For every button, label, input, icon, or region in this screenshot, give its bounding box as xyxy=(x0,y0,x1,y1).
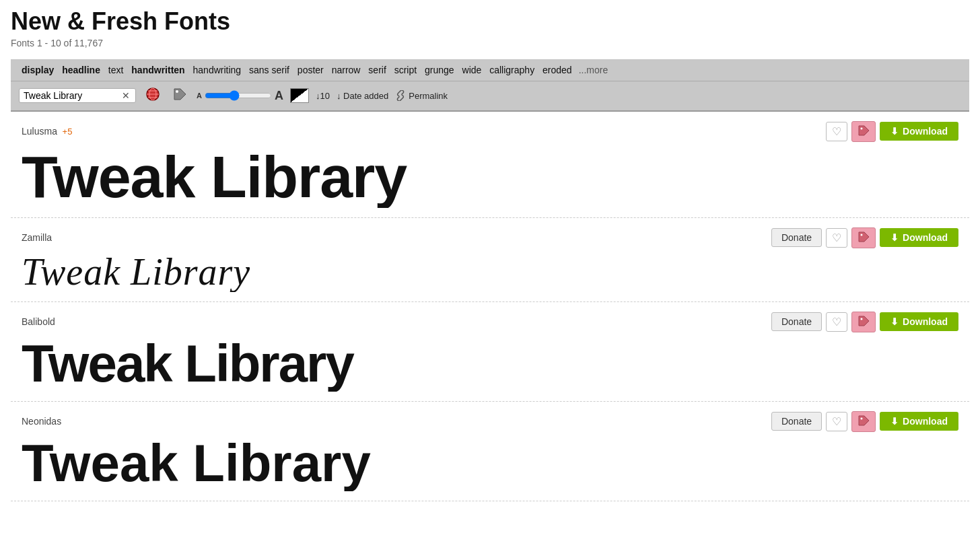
tag-item-poster[interactable]: poster xyxy=(295,63,326,77)
sort-button[interactable]: ↓ Date added xyxy=(337,91,388,101)
sort-label: ↓ Date added xyxy=(337,91,388,101)
svg-point-5 xyxy=(176,90,178,93)
svg-point-9 xyxy=(861,417,863,419)
tag-item-calligraphy[interactable]: calligraphy xyxy=(487,63,537,77)
heart-button-balibold[interactable]: ♡ xyxy=(826,312,847,332)
donate-button-balibold[interactable]: Donate xyxy=(771,312,822,331)
size-label-large: A xyxy=(275,89,283,103)
globe-icon xyxy=(145,87,160,102)
download-label: Download xyxy=(903,126,948,137)
tag-item-eroded[interactable]: eroded xyxy=(540,63,575,77)
page-wrapper: New & Fresh Fonts Fonts 1 - 10 of 11,767… xyxy=(0,0,980,509)
download-button-neonidas[interactable]: ⬇Download xyxy=(880,412,958,431)
page-subtitle: Fonts 1 - 10 of 11,767 xyxy=(11,38,969,48)
tag-item-serif[interactable]: serif xyxy=(365,63,388,77)
tag-button-neonidas[interactable] xyxy=(851,411,876,432)
filter-bar: ✕ A A ↓10 xyxy=(11,81,969,112)
font-name-zamilla[interactable]: Zamilla xyxy=(22,232,52,243)
heart-button-neonidas[interactable]: ♡ xyxy=(826,412,847,431)
tag-list: display headline text handwritten handwr… xyxy=(19,65,575,75)
font-actions-neonidas: Donate♡⬇Download xyxy=(771,411,958,432)
search-input[interactable] xyxy=(24,90,118,101)
font-entry-header-balibold: BaliboldDonate♡⬇Download xyxy=(22,312,958,332)
tag-item-display[interactable]: display xyxy=(19,63,57,77)
svg-point-7 xyxy=(861,234,863,236)
font-list: Lulusma +5♡⬇DownloadTweak LibraryZamilla… xyxy=(11,112,969,501)
font-name-lulusma[interactable]: Lulusma xyxy=(22,126,57,137)
font-preview-balibold: Tweak Library xyxy=(22,336,958,392)
font-preview-text-zamilla: Tweak Library xyxy=(22,252,958,292)
svg-point-6 xyxy=(861,127,863,129)
download-label: Download xyxy=(903,232,948,243)
download-button-lulusma[interactable]: ⬇Download xyxy=(880,122,958,141)
count-label: ↓10 xyxy=(316,91,330,101)
download-label: Download xyxy=(903,416,948,427)
size-slider-wrap: A A xyxy=(197,89,283,103)
tag-bar: display headline text handwritten handwr… xyxy=(11,59,969,81)
heart-button-zamilla[interactable]: ♡ xyxy=(826,228,847,248)
permalink-label: Permalink xyxy=(409,91,448,101)
download-arrow: ⬇ xyxy=(890,416,899,427)
font-name-neonidas[interactable]: Neonidas xyxy=(22,416,61,427)
download-button-balibold[interactable]: ⬇Download xyxy=(880,312,958,331)
font-actions-lulusma: ♡⬇Download xyxy=(826,121,958,142)
tag-filter-icon xyxy=(172,87,187,102)
tag-item-narrow[interactable]: narrow xyxy=(329,63,363,77)
tag-button-lulusma[interactable] xyxy=(851,121,876,142)
font-entry-header-zamilla: ZamillaDonate♡⬇Download xyxy=(22,227,958,248)
font-entry-neonidas: NeonidasDonate♡⬇DownloadTweak Library xyxy=(11,402,969,501)
font-entry-header-neonidas: NeonidasDonate♡⬇Download xyxy=(22,411,958,432)
donate-button-neonidas[interactable]: Donate xyxy=(771,412,822,431)
tag-item-grunge[interactable]: grunge xyxy=(422,63,457,77)
count-button[interactable]: ↓10 xyxy=(316,91,330,101)
font-entry-zamilla: ZamillaDonate♡⬇DownloadTweak Library xyxy=(11,218,969,302)
more-tags-label[interactable]: ...more xyxy=(579,65,608,75)
download-arrow: ⬇ xyxy=(890,232,899,243)
font-entry-lulusma: Lulusma +5♡⬇DownloadTweak Library xyxy=(11,112,969,218)
tag-item-sans-serif[interactable]: sans serif xyxy=(246,63,292,77)
tag-filter-button[interactable] xyxy=(170,85,190,106)
download-label: Download xyxy=(903,316,948,327)
tag-item-script[interactable]: script xyxy=(392,63,419,77)
tag-button-zamilla[interactable] xyxy=(851,227,876,248)
download-arrow: ⬇ xyxy=(890,316,899,327)
font-preview-text-neonidas: Tweak Library xyxy=(22,436,958,491)
size-slider[interactable] xyxy=(205,90,272,101)
font-actions-zamilla: Donate♡⬇Download xyxy=(771,227,958,248)
tag-item-headline[interactable]: headline xyxy=(59,63,103,77)
permalink-button[interactable]: Permalink xyxy=(395,90,448,101)
font-preview-zamilla: Tweak Library xyxy=(22,252,958,292)
search-box: ✕ xyxy=(19,88,136,103)
font-preview-text-lulusma: Tweak Library xyxy=(22,146,958,208)
tag-button-balibold[interactable] xyxy=(851,312,876,332)
download-button-zamilla[interactable]: ⬇Download xyxy=(880,228,958,247)
font-entry-balibold: BaliboldDonate♡⬇DownloadTweak Library xyxy=(11,302,969,402)
search-clear-button[interactable]: ✕ xyxy=(120,90,131,101)
globe-filter-button[interactable] xyxy=(143,85,163,106)
font-entry-header-lulusma: Lulusma +5♡⬇Download xyxy=(22,121,958,142)
size-label-small: A xyxy=(197,92,202,100)
donate-button-zamilla[interactable]: Donate xyxy=(771,228,822,247)
page-title: New & Fresh Fonts xyxy=(11,8,969,35)
tag-item-handwriting[interactable]: handwriting xyxy=(190,63,244,77)
font-preview-text-balibold: Tweak Library xyxy=(22,336,958,392)
svg-point-8 xyxy=(861,318,863,320)
font-plus-lulusma: +5 xyxy=(60,127,72,137)
tag-item-wide[interactable]: wide xyxy=(460,63,485,77)
color-swatch[interactable] xyxy=(290,88,309,103)
tag-item-text[interactable]: text xyxy=(106,63,127,77)
font-preview-lulusma: Tweak Library xyxy=(22,146,958,208)
heart-button-lulusma[interactable]: ♡ xyxy=(826,122,847,141)
download-arrow: ⬇ xyxy=(890,126,899,137)
tag-item-handwritten[interactable]: handwritten xyxy=(129,63,187,77)
font-actions-balibold: Donate♡⬇Download xyxy=(771,312,958,332)
font-name-balibold[interactable]: Balibold xyxy=(22,316,55,327)
chain-icon xyxy=(395,90,406,101)
font-preview-neonidas: Tweak Library xyxy=(22,436,958,491)
